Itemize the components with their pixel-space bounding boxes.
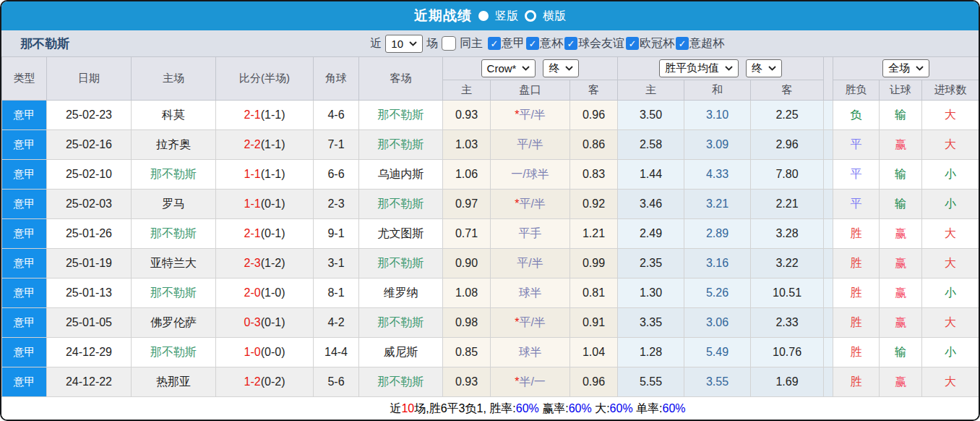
league-label: 欧冠杯 xyxy=(640,36,674,51)
recent-results-panel: 近期战绩 竖版 横版 那不勒斯 近 10 场 同主 ✓意甲✓意杯✓球会友谊✓欧冠… xyxy=(0,0,980,421)
handicap-away-odds-cell: 0.96 xyxy=(570,367,618,397)
score-cell: 2-3(1-2) xyxy=(216,249,314,278)
league-checkbox[interactable]: ✓ xyxy=(626,37,639,50)
handicap-cell: 平/半 xyxy=(491,130,570,160)
league-filter-item: ✓欧冠杯 xyxy=(626,36,674,51)
horizontal-layout-label[interactable]: 横版 xyxy=(543,9,566,24)
score-cell: 1-1(0-1) xyxy=(216,190,314,219)
corner-cell: 2-3 xyxy=(314,190,359,219)
score-cell: 1-0(0-0) xyxy=(216,338,314,367)
footer-segment: 大: xyxy=(592,402,610,414)
match-row: 意甲 25-02-10 那不勒斯 1-1(1-1) 6-6 乌迪内斯 1.06 … xyxy=(2,160,979,190)
footer-segment: 10 xyxy=(401,402,414,414)
league-checkbox[interactable]: ✓ xyxy=(676,37,689,50)
halftime-score: (0-1) xyxy=(261,227,285,239)
avg-away-odds-cell: 1.69 xyxy=(751,367,824,397)
vertical-layout-label[interactable]: 竖版 xyxy=(495,9,518,24)
avg-home-odds-cell: 1.30 xyxy=(618,278,684,308)
handicap-time-select[interactable]: 终 xyxy=(543,59,579,77)
away-team-cell: 那不勒斯 xyxy=(359,101,443,130)
scope-select[interactable]: 全场 xyxy=(882,59,929,77)
bookmaker-select[interactable]: Crow* xyxy=(481,59,536,77)
handicap-text: 球半 xyxy=(519,346,542,358)
subcol-avg-draw: 和 xyxy=(684,80,751,101)
league-checkbox[interactable]: ✓ xyxy=(526,37,539,50)
avg-home-odds-cell: 5.55 xyxy=(618,367,684,397)
handicap-away-odds-cell: 1.21 xyxy=(570,219,618,249)
handicap-home-odds-cell: 1.08 xyxy=(443,278,491,308)
league-checkbox[interactable]: ✓ xyxy=(488,37,501,50)
corner-cell: 14-4 xyxy=(314,338,359,367)
goals-result-cell: 小 xyxy=(922,338,979,367)
home-team-cell: 那不勒斯 xyxy=(132,160,216,190)
league-label: 意超杯 xyxy=(689,36,724,51)
handicap-result-cell: 输 xyxy=(880,160,922,190)
handicap-cell: 平/半 xyxy=(491,249,570,278)
avg-draw-odds-cell: 4.33 xyxy=(684,160,751,190)
league-cell: 意甲 xyxy=(2,278,47,308)
handicap-result-cell: 输 xyxy=(880,101,922,130)
league-label: 意杯 xyxy=(540,36,563,51)
fulltime-score: 2-3 xyxy=(244,257,261,269)
corner-cell: 9-1 xyxy=(314,219,359,249)
same-home-checkbox[interactable] xyxy=(442,36,456,51)
avg-home-odds-cell: 2.49 xyxy=(618,219,684,249)
match-count-select[interactable]: 10 xyxy=(385,35,423,53)
horizontal-layout-radio[interactable] xyxy=(525,10,536,22)
league-cell: 意甲 xyxy=(2,190,47,219)
avg-time-select[interactable]: 终 xyxy=(746,59,782,77)
halftime-score: (1-1) xyxy=(261,138,285,150)
spacer-cell xyxy=(824,101,833,130)
avg-away-odds-cell: 2.33 xyxy=(751,308,824,338)
result-cell: 负 xyxy=(833,101,880,130)
near-label: 近 xyxy=(370,36,382,51)
league-filter-item: ✓意杯 xyxy=(526,36,563,51)
avg-time-value: 终 xyxy=(752,61,762,75)
handicap-away-odds-cell: 0.92 xyxy=(570,190,618,219)
summary-footer: 近10场,胜6平3负1, 胜率:60% 赢率:60% 大:60% 单率:60% xyxy=(1,397,979,420)
handicap-text: 平/半 xyxy=(519,197,545,210)
handicap-result-cell: 赢 xyxy=(880,219,922,249)
league-checkbox[interactable]: ✓ xyxy=(564,37,577,50)
result-cell: 胜 xyxy=(833,278,880,308)
handicap-result-cell: 赢 xyxy=(880,308,922,338)
date-cell: 25-01-05 xyxy=(47,308,132,338)
corner-cell: 4-6 xyxy=(314,101,359,130)
league-cell: 意甲 xyxy=(2,338,47,367)
avg-home-odds-cell: 3.50 xyxy=(618,101,684,130)
away-team-cell: 那不勒斯 xyxy=(359,130,443,160)
col-header-home: 主场 xyxy=(132,57,216,101)
result-cell: 胜 xyxy=(833,338,880,367)
result-cell: 胜 xyxy=(833,308,880,338)
avg-draw-odds-cell: 5.26 xyxy=(684,278,751,308)
col-header-corner: 角球 xyxy=(314,57,359,101)
halftime-score: (1-2) xyxy=(261,257,285,269)
handicap-time-value: 终 xyxy=(549,61,559,75)
handicap-home-odds-cell: 0.97 xyxy=(443,190,491,219)
league-cell: 意甲 xyxy=(2,130,47,160)
home-team-cell: 那不勒斯 xyxy=(132,278,216,308)
home-team-cell: 热那亚 xyxy=(132,367,216,397)
handicap-result-cell: 赢 xyxy=(880,278,922,308)
title-bar: 近期战绩 竖版 横版 xyxy=(1,1,979,30)
score-cell: 1-2(0-2) xyxy=(216,367,314,397)
footer-segment: 60% xyxy=(663,402,686,414)
subcol-handicap: 盘口 xyxy=(491,80,570,101)
away-team-cell: 那不勒斯 xyxy=(359,190,443,219)
footer-segment: 赢率: xyxy=(539,402,569,414)
date-cell: 25-01-26 xyxy=(47,219,132,249)
handicap-result-cell: 输 xyxy=(880,190,922,219)
subcol-handicap-result: 让球 xyxy=(880,80,922,101)
match-count-value: 10 xyxy=(391,38,403,50)
vertical-layout-radio[interactable] xyxy=(478,11,489,21)
footer-segment: 场,胜6平3负1, 胜率: xyxy=(414,402,515,414)
bookmaker-value: Crow* xyxy=(487,62,517,75)
match-row: 意甲 25-01-05 佛罗伦萨 0-3(0-1) 4-2 那不勒斯 0.98 … xyxy=(2,308,979,338)
footer-segment: 单率: xyxy=(633,402,663,414)
spacer-column xyxy=(824,57,833,101)
home-team-cell: 佛罗伦萨 xyxy=(132,308,216,338)
scope-group-header: 全场 xyxy=(833,57,979,80)
avg-odds-select[interactable]: 胜平负均值 xyxy=(659,59,739,77)
league-label: 球会友谊 xyxy=(578,36,624,51)
handicap-home-odds-cell: 0.90 xyxy=(443,249,491,278)
